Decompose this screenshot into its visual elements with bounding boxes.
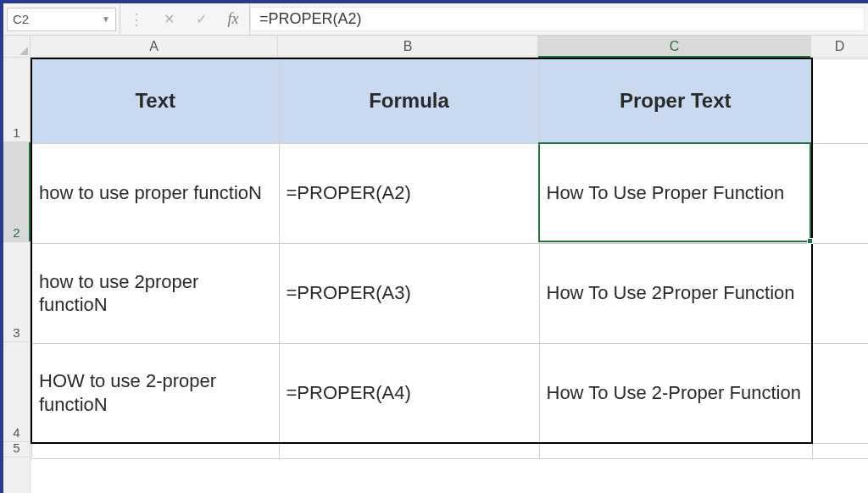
name-box[interactable]: C2 ▼ (7, 8, 116, 31)
cell[interactable] (812, 58, 868, 143)
column-header-C[interactable]: C (538, 36, 811, 57)
table-row: how to use 2proper functioN =PROPER(A3) … (31, 243, 868, 343)
cell[interactable] (539, 443, 812, 458)
row-header-3[interactable]: 3 (3, 242, 30, 342)
more-icon[interactable]: ⋮ (125, 8, 147, 31)
select-all-corner[interactable] (3, 36, 31, 58)
formula-input-value: =PROPER(A2) (259, 10, 362, 28)
cell[interactable] (812, 343, 868, 443)
cell[interactable] (279, 443, 539, 458)
formula-input[interactable]: =PROPER(A2) (250, 7, 865, 31)
cell[interactable] (812, 243, 868, 343)
header-cell-proper[interactable]: Proper Text (539, 58, 812, 143)
column-header-D[interactable]: D (811, 36, 868, 57)
cell[interactable]: HOW to use 2-proper functioN (31, 343, 279, 443)
chevron-down-icon[interactable]: ▼ (102, 14, 110, 24)
column-headers: ABCD (31, 36, 868, 58)
cell-table: Text Formula Proper Text how to use prop… (31, 58, 868, 459)
name-box-value: C2 (13, 12, 29, 26)
cell[interactable]: How To Use 2Proper Function (539, 243, 812, 343)
cell[interactable]: =PROPER(A3) (279, 243, 539, 343)
table-row: HOW to use 2-proper functioN =PROPER(A4)… (31, 343, 868, 443)
formula-bar-buttons: ⋮ ✕ ✓ fx (120, 3, 250, 35)
cell[interactable]: how to use 2proper functioN (31, 243, 279, 343)
cancel-icon[interactable]: ✕ (158, 8, 180, 31)
cell[interactable]: How To Use 2-Proper Function (539, 343, 812, 443)
grid: ABCD 12345 Text Formula Proper Text how … (3, 36, 868, 493)
column-header-A[interactable]: A (31, 36, 278, 57)
table-row: Text Formula Proper Text (31, 58, 868, 143)
cell[interactable]: How To Use Proper Function (539, 143, 812, 243)
name-box-container: C2 ▼ (3, 3, 120, 35)
cell[interactable] (812, 143, 868, 243)
cell[interactable]: =PROPER(A4) (279, 343, 539, 443)
row-header-1[interactable]: 1 (3, 58, 30, 142)
cell[interactable]: =PROPER(A2) (279, 143, 539, 243)
table-row: how to use proper functioN =PROPER(A2) H… (31, 143, 868, 243)
header-cell-text[interactable]: Text (31, 58, 279, 143)
formula-bar: C2 ▼ ⋮ ✕ ✓ fx =PROPER(A2) (3, 3, 868, 36)
header-cell-formula[interactable]: Formula (279, 58, 539, 143)
enter-icon[interactable]: ✓ (190, 8, 212, 31)
cell[interactable]: how to use proper functioN (31, 143, 279, 243)
cells-area: Text Formula Proper Text how to use prop… (31, 58, 868, 493)
column-header-B[interactable]: B (278, 36, 538, 57)
row-header-4[interactable]: 4 (3, 342, 30, 442)
cell[interactable] (31, 443, 279, 458)
excel-window: C2 ▼ ⋮ ✕ ✓ fx =PROPER(A2) ABCD 12345 Tex… (3, 3, 868, 493)
table-row (31, 443, 868, 458)
row-header-5[interactable]: 5 (3, 442, 30, 457)
row-header-2[interactable]: 2 (3, 142, 30, 242)
row-headers: 12345 (3, 58, 31, 493)
fx-icon[interactable]: fx (222, 8, 244, 31)
cell[interactable] (812, 443, 868, 458)
